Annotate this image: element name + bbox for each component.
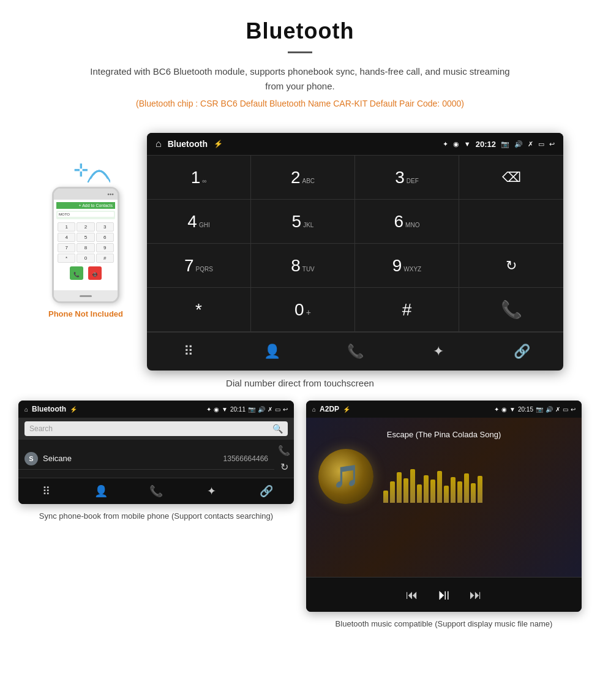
dial-bottom-bar: ⠿ 👤 📞 ✦ 🔗	[147, 332, 563, 371]
music-caption: Bluetooth music compatible (Support disp…	[329, 612, 559, 630]
dial-empty-2	[459, 200, 563, 244]
phonebook-screen: ⌂ Bluetooth ⚡ ✦ ◉ ▼ 20:11 📷 🔊 ✗ ▭ ↩	[18, 401, 294, 504]
pb-refresh-icon[interactable]: ↻	[280, 461, 288, 473]
ms-next-icon[interactable]: ⏭	[470, 588, 482, 602]
pb-contact-phone: 13566664466	[223, 454, 268, 463]
pb-vol-icon: 🔊	[258, 406, 265, 413]
dial-key-5[interactable]: 5JKL	[251, 200, 355, 244]
dial-key-0[interactable]: 0+	[251, 288, 355, 332]
dial-key-3[interactable]: 3DEF	[355, 156, 459, 200]
ms-status-bar: ⌂ A2DP ⚡ ✦ ◉ ▼ 20:15 📷 🔊 ✗ ▭ ↩	[306, 401, 582, 418]
ms-home-icon[interactable]: ⌂	[312, 406, 316, 413]
pb-btn-dialpad[interactable]: ⠿	[18, 482, 73, 500]
volume-icon: 🔊	[514, 140, 523, 148]
dial-key-8[interactable]: 8TUV	[251, 244, 355, 288]
ms-equalizer	[383, 466, 482, 503]
phonebook-caption-text: Sync phone-book from mobile phone (Suppo…	[39, 511, 273, 521]
eq-bar	[430, 480, 435, 503]
dial-key-1[interactable]: 1∞	[147, 156, 251, 200]
eq-bar	[437, 471, 442, 503]
dialpad-icon-btn[interactable]: ⠿	[147, 339, 230, 364]
pb-btn-contacts[interactable]: 👤	[73, 482, 129, 500]
phone-bottom	[54, 290, 118, 301]
back-icon[interactable]: ↩	[549, 140, 555, 148]
eq-bar	[444, 486, 449, 503]
pb-search-icon: 🔍	[272, 424, 283, 434]
dial-key-star[interactable]: *	[147, 288, 251, 332]
pb-screen-title: Bluetooth	[32, 405, 66, 413]
dial-key-4[interactable]: 4GHI	[147, 200, 251, 244]
eq-bar	[424, 475, 429, 503]
dial-key-9[interactable]: 9WXYZ	[355, 244, 459, 288]
dial-key-6[interactable]: 6MNO	[355, 200, 459, 244]
pb-btn-call[interactable]: 📞	[129, 482, 184, 500]
pb-status-left: ⌂ Bluetooth ⚡	[24, 405, 77, 413]
screen-icon: ▭	[538, 140, 544, 148]
pb-bt-icon: ✦	[206, 406, 211, 413]
pb-x-icon[interactable]: ✗	[268, 406, 272, 413]
pb-time: 20:11	[230, 406, 246, 413]
pb-btn-link[interactable]: 🔗	[239, 482, 294, 500]
signal-icon: ▼	[464, 140, 471, 148]
phone-top-bar: ●●●	[54, 189, 118, 200]
pb-back-icon[interactable]: ↩	[283, 406, 288, 413]
ms-music-note-icon: 🎵	[332, 464, 360, 489]
eq-bar	[383, 491, 388, 503]
ms-play-pause-btn[interactable]: ⏯	[437, 586, 451, 603]
dial-call-btn[interactable]: 📞	[459, 288, 563, 332]
ms-loc-icon: ◉	[501, 406, 507, 413]
ms-sig-icon: ▼	[509, 406, 516, 413]
ms-art-eq-container: 🎵	[318, 449, 569, 514]
eq-bar	[390, 481, 395, 503]
page-description: Integrated with BC6 Bluetooth module, su…	[86, 64, 514, 94]
bluetooth-specs: (Bluetooth chip : CSR BC6 Default Blueto…	[12, 99, 588, 108]
pb-search-placeholder: Search	[29, 424, 272, 433]
wifi-signal-icon: ⊹	[67, 151, 104, 182]
pb-contact-item[interactable]: S Seicane 13566664466	[18, 448, 274, 470]
ms-prev-icon[interactable]: ⏮	[406, 588, 418, 602]
bluetooth-icon-btn[interactable]: ✦	[397, 339, 480, 364]
phone-illustration: ⊹ ●●● + Add to Contacts MOTO 123 456 789	[37, 133, 135, 318]
pb-call-icon[interactable]: 📞	[278, 445, 290, 456]
ms-back-icon[interactable]: ↩	[571, 406, 576, 413]
pb-home-icon[interactable]: ⌂	[24, 406, 28, 413]
pb-cam-icon: 📷	[248, 406, 255, 413]
dial-key-hash[interactable]: #	[355, 288, 459, 332]
music-panel: ⌂ A2DP ⚡ ✦ ◉ ▼ 20:15 📷 🔊 ✗ ▭ ↩ E	[306, 401, 582, 630]
pb-contact-row: S Seicane 13566664466 📞 ↻	[18, 442, 294, 475]
link-icon-btn[interactable]: 🔗	[480, 339, 563, 364]
status-left: ⌂ Bluetooth ⚡	[156, 138, 223, 149]
close-icon[interactable]: ✗	[528, 140, 533, 148]
phone-not-included-label: Phone Not Included	[48, 309, 123, 318]
pb-btn-bt[interactable]: ✦	[184, 482, 239, 500]
page-title: Bluetooth	[12, 18, 588, 44]
pb-contact-list: S Seicane 13566664466 📞 ↻	[18, 440, 294, 478]
ms-screen-title: A2DP	[320, 405, 339, 413]
eq-bar	[403, 478, 408, 503]
dial-key-7[interactable]: 7PQRS	[147, 244, 251, 288]
dial-backspace[interactable]: ⌫	[459, 156, 563, 200]
music-screen: ⌂ A2DP ⚡ ✦ ◉ ▼ 20:15 📷 🔊 ✗ ▭ ↩ E	[306, 401, 582, 612]
camera-icon: 📷	[501, 140, 509, 148]
phonebook-panel: ⌂ Bluetooth ⚡ ✦ ◉ ▼ 20:11 📷 🔊 ✗ ▭ ↩	[18, 401, 294, 630]
home-icon[interactable]: ⌂	[156, 138, 162, 149]
pb-search-container[interactable]: Search 🔍	[24, 421, 288, 436]
eq-bar	[464, 473, 469, 503]
car-status-bar: ⌂ Bluetooth ⚡ ✦ ◉ ▼ 20:12 📷 🔊 ✗ ▭ ↩	[147, 133, 563, 155]
ms-time: 20:15	[518, 406, 533, 413]
contacts-icon-btn[interactable]: 👤	[230, 339, 313, 364]
car-screen-dial: ⌂ Bluetooth ⚡ ✦ ◉ ▼ 20:12 📷 🔊 ✗ ▭ ↩ 1∞	[147, 133, 563, 371]
ms-album-art: 🎵	[318, 449, 373, 504]
eq-bar	[397, 472, 402, 503]
dial-key-2[interactable]: 2ABC	[251, 156, 355, 200]
status-right: ✦ ◉ ▼ 20:12 📷 🔊 ✗ ▭ ↩	[443, 140, 555, 149]
dial-refresh[interactable]: ↻	[459, 244, 563, 288]
location-icon: ◉	[453, 140, 459, 148]
dial-caption: Dial number direct from touchscreen	[0, 371, 600, 401]
call-log-icon-btn[interactable]: 📞	[313, 339, 397, 364]
ms-x-icon[interactable]: ✗	[555, 406, 560, 413]
ms-vol-icon: 🔊	[546, 406, 553, 413]
header-divider	[288, 51, 312, 53]
ms-usb-icon: ⚡	[343, 406, 350, 413]
eq-bar	[451, 477, 456, 503]
